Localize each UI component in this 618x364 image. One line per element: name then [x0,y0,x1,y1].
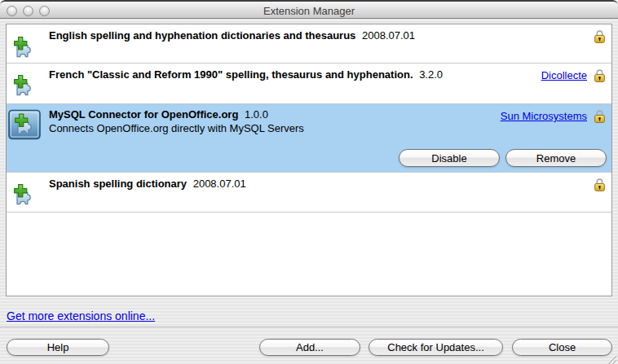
extension-version: 1.0.0 [245,108,268,121]
extension-name: English spelling and hyphenation diction… [49,29,355,42]
extension-row-mysql-selected[interactable]: MySQL Connector for OpenOffice.org 1.0.0… [7,104,611,173]
extension-row-spanish[interactable]: Spanish spelling dictionary 2008.07.01 [7,173,611,213]
extension-description: Connects OpenOffice.org directly with My… [7,121,611,134]
help-button[interactable]: Help [7,339,109,356]
puzzle-plus-icon [11,72,37,98]
extension-manager-window: { "window": { "title": "Extension Manage… [0,0,618,364]
extension-name: Spanish spelling dictionary [49,178,187,190]
publisher-link[interactable]: Sun Microsystems [501,110,587,122]
extension-row-english[interactable]: English spelling and hyphenation diction… [7,24,611,64]
get-more-extensions-link[interactable]: Get more extensions online... [7,309,155,322]
disable-button[interactable]: Disable [399,149,500,167]
padlock-icon [594,29,605,43]
extension-row-french[interactable]: French "Classic and Reform 1990" spellin… [7,64,611,104]
extension-list: English spelling and hyphenation diction… [6,24,612,296]
extension-title-line: English spelling and hyphenation diction… [7,24,611,42]
remove-button[interactable]: Remove [505,149,607,167]
close-dialog-button[interactable]: Close [512,339,612,356]
window-title: Extension Manager [0,3,618,20]
extension-version: 2008.07.01 [193,178,246,190]
padlock-icon [594,109,605,123]
puzzle-plus-icon [11,33,37,59]
framed-puzzle-package-icon [7,107,42,142]
titlebar: Extension Manager [0,0,618,19]
extension-version: 3.2.0 [419,68,443,81]
extension-title-line: French "Classic and Reform 1990" spellin… [7,64,611,81]
padlock-icon [594,178,605,191]
extension-action-buttons: Disable Remove [399,149,607,167]
extension-name: MySQL Connector for OpenOffice.org [49,108,238,121]
add-button[interactable]: Add... [259,339,360,356]
extension-version: 2008.07.01 [362,29,415,42]
extension-title-line: Spanish spelling dictionary 2008.07.01 [7,173,611,190]
extension-name: French "Classic and Reform 1990" spellin… [49,68,413,81]
padlock-icon [594,68,605,82]
footer-divider [0,327,618,328]
resize-grip[interactable] [607,353,617,363]
puzzle-plus-icon [11,181,37,207]
check-for-updates-button[interactable]: Check for Updates... [369,339,503,356]
publisher-link[interactable]: Dicollecte [541,69,587,81]
